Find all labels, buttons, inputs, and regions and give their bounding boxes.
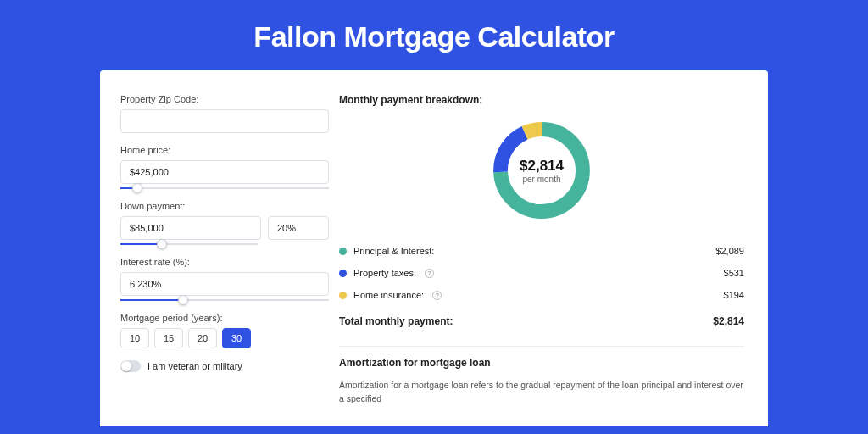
legend-row-2: Home insurance:?$194	[339, 284, 744, 306]
rate-slider-thumb[interactable]	[178, 295, 188, 305]
donut-center: $2,814 per month	[487, 116, 596, 225]
price-input[interactable]	[120, 160, 329, 184]
inputs-panel: Property Zip Code: Home price: Down paym…	[100, 70, 329, 426]
legend-dot-icon	[339, 270, 347, 277]
rate-label: Interest rate (%):	[120, 257, 329, 267]
donut-chart: $2,814 per month	[487, 116, 596, 225]
zip-label: Property Zip Code:	[120, 94, 329, 104]
period-label: Mortgage period (years):	[120, 313, 329, 323]
price-slider[interactable]	[120, 187, 329, 189]
amort-body: Amortization for a mortgage loan refers …	[339, 379, 744, 406]
results-panel: Monthly payment breakdown: $2,814 per mo…	[329, 70, 768, 426]
veteran-row: I am veteran or military	[120, 360, 329, 372]
legend-dot-icon	[339, 248, 347, 255]
veteran-toggle-knob	[121, 361, 131, 371]
price-label: Home price:	[120, 145, 329, 155]
legend-label: Principal & Interest:	[353, 246, 434, 256]
veteran-label: I am veteran or military	[147, 361, 242, 371]
period-pill-15[interactable]: 15	[154, 328, 183, 348]
down-amount-input[interactable]	[120, 216, 261, 240]
help-icon[interactable]: ?	[432, 291, 442, 300]
legend-label: Property taxes:	[353, 268, 416, 278]
legend-value: $2,089	[715, 246, 744, 256]
veteran-toggle[interactable]	[120, 360, 141, 372]
donut-sub: per month	[522, 175, 560, 184]
period-field-group: Mortgage period (years): 10152030	[120, 313, 329, 348]
rate-input[interactable]	[120, 272, 329, 296]
breakdown-title: Monthly payment breakdown:	[339, 94, 744, 106]
total-value: $2,814	[713, 315, 744, 327]
donut-amount: $2,814	[520, 158, 564, 175]
price-slider-thumb[interactable]	[132, 183, 142, 193]
zip-input[interactable]	[120, 109, 329, 133]
zip-field-group: Property Zip Code:	[120, 94, 329, 133]
rate-field-group: Interest rate (%):	[120, 257, 329, 301]
page-title: Fallon Mortgage Calculator	[0, 0, 868, 70]
legend-value: $531	[724, 268, 744, 278]
legend-row-1: Property taxes:?$531	[339, 262, 744, 284]
divider	[339, 346, 744, 347]
legend-dot-icon	[339, 292, 347, 299]
help-icon[interactable]: ?	[425, 269, 434, 278]
period-pill-10[interactable]: 10	[120, 328, 149, 348]
legend-label: Home insurance:	[353, 290, 424, 300]
legend-value: $194	[724, 290, 744, 300]
down-label: Down payment:	[120, 201, 329, 211]
donut-wrap: $2,814 per month	[339, 116, 744, 225]
rate-slider-fill	[120, 299, 183, 301]
legend-row-0: Principal & Interest:$2,089	[339, 240, 744, 262]
down-slider[interactable]	[120, 243, 258, 245]
period-pill-20[interactable]: 20	[188, 328, 217, 348]
price-field-group: Home price:	[120, 145, 329, 189]
total-row: Total monthly payment: $2,814	[339, 308, 744, 334]
down-pct-input[interactable]	[268, 216, 329, 240]
down-field-group: Down payment:	[120, 201, 329, 245]
rate-slider[interactable]	[120, 299, 329, 301]
period-pill-30[interactable]: 30	[222, 328, 251, 348]
calculator-card: Property Zip Code: Home price: Down paym…	[100, 70, 768, 426]
down-slider-thumb[interactable]	[157, 239, 167, 249]
legend: Principal & Interest:$2,089Property taxe…	[339, 240, 744, 306]
amort-title: Amortization for mortgage loan	[339, 357, 744, 369]
down-slider-fill	[120, 243, 162, 245]
total-label: Total monthly payment:	[339, 315, 453, 327]
